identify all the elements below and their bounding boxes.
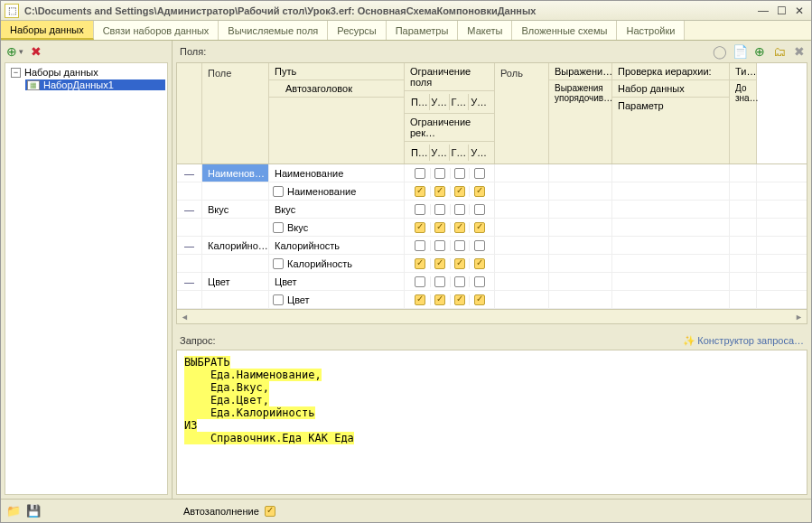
cell-ti[interactable]	[730, 164, 757, 182]
checkbox-icon[interactable]	[454, 186, 465, 197]
cell-expr[interactable]	[549, 237, 612, 254]
cell-field[interactable]: Цвет	[202, 273, 269, 290]
grid-body[interactable]: —Наименов…Наименование Наименование—Вкус…	[177, 164, 807, 309]
checkbox-icon[interactable]	[273, 222, 284, 233]
checkbox-icon[interactable]	[273, 258, 284, 269]
save-icon[interactable]: 💾	[26, 504, 41, 518]
cell-restrict[interactable]	[405, 164, 495, 182]
table-row[interactable]: Наименование	[177, 182, 807, 201]
col-param[interactable]: Параметр	[612, 98, 729, 114]
tab-settings[interactable]: Настройки	[617, 21, 685, 40]
tab-resources[interactable]: Ресурсы	[328, 21, 386, 40]
checkbox-icon[interactable]	[474, 222, 485, 233]
tab-calculated-fields[interactable]: Вычисляемые поля	[219, 21, 328, 40]
row-expander[interactable]: —	[177, 201, 202, 218]
cell-hier[interactable]	[612, 201, 730, 218]
col-autoheader[interactable]: Автозаголовок	[269, 80, 404, 98]
cell-field[interactable]: Вкус	[202, 201, 269, 218]
cell-path[interactable]: Вкус	[269, 201, 405, 218]
cell-autoheader[interactable]: Наименование	[269, 182, 405, 200]
table-row[interactable]: Калорийность	[177, 255, 807, 273]
checkbox-icon[interactable]	[415, 258, 425, 269]
row-expander[interactable]: —	[177, 164, 202, 182]
tree-root[interactable]: − Наборы данных	[11, 67, 165, 78]
col-path[interactable]: Путь	[269, 63, 404, 80]
close-button[interactable]: ✕	[791, 4, 807, 18]
delete-field-button[interactable]: ✖	[791, 43, 807, 60]
col-order-expr[interactable]: Выражения упорядочив…	[549, 80, 611, 106]
cell-hier[interactable]	[612, 237, 730, 254]
checkbox-icon[interactable]	[454, 258, 465, 269]
cell-restrict-rec[interactable]	[405, 219, 495, 236]
checkbox-icon[interactable]	[454, 294, 465, 305]
checkbox-icon[interactable]	[474, 204, 485, 215]
add-field-button[interactable]: ⊕	[751, 43, 768, 60]
checkbox-icon[interactable]	[474, 258, 485, 269]
query-constructor-link[interactable]: ✨ Конструктор запроса…	[683, 335, 807, 346]
col-role[interactable]: Роль	[495, 63, 549, 163]
cell-ti[interactable]	[730, 237, 757, 254]
checkbox-icon[interactable]	[415, 222, 425, 233]
cell-expr[interactable]	[549, 164, 612, 182]
tab-dataset-links[interactable]: Связи наборов данных	[94, 21, 219, 40]
tab-nested-schemas[interactable]: Вложенные схемы	[512, 21, 617, 40]
checkbox-icon[interactable]	[474, 240, 485, 251]
table-row[interactable]: —ЦветЦвет	[177, 273, 807, 291]
checkbox-icon[interactable]	[434, 294, 445, 305]
tree-item-dataset1[interactable]: ▦ НаборДанных1	[25, 79, 165, 90]
cell-expr[interactable]	[549, 273, 612, 290]
checkbox-icon[interactable]	[434, 186, 445, 197]
cell-path[interactable]: Калорийность	[269, 237, 405, 254]
checkbox-icon[interactable]	[434, 204, 445, 215]
open-icon[interactable]: 📁	[6, 504, 21, 518]
query-textbox[interactable]: ВЫБРАТЬ Еда.Наименование, Еда.Вкус, Еда.…	[176, 350, 807, 495]
checkbox-icon[interactable]	[454, 276, 465, 287]
tab-parameters[interactable]: Параметры	[387, 21, 459, 40]
cell-hier[interactable]	[612, 164, 730, 182]
cell-restrict[interactable]	[405, 201, 495, 218]
checkbox-icon[interactable]	[415, 240, 425, 251]
checkbox-icon[interactable]	[434, 258, 445, 269]
cell-restrict[interactable]	[405, 273, 495, 290]
toolbar-btn-4[interactable]: 🗂	[771, 43, 788, 60]
col-do[interactable]: До зна…	[730, 80, 756, 106]
checkbox-icon[interactable]	[454, 222, 465, 233]
checkbox-icon[interactable]	[454, 168, 465, 179]
checkbox-icon[interactable]	[415, 294, 425, 305]
col-hier[interactable]: Проверка иерархии:	[612, 63, 729, 80]
cell-autoheader[interactable]: Цвет	[269, 291, 405, 308]
tab-datasets[interactable]: Наборы данных	[1, 21, 94, 40]
datasets-tree[interactable]: − Наборы данных ▦ НаборДанных1	[5, 62, 168, 495]
checkbox-icon[interactable]	[415, 168, 425, 179]
cell-path[interactable]: Цвет	[269, 273, 405, 290]
checkbox-icon[interactable]	[415, 186, 425, 197]
maximize-button[interactable]: ☐	[773, 4, 789, 18]
checkbox-icon[interactable]	[454, 204, 465, 215]
table-row[interactable]: Цвет	[177, 291, 807, 309]
cell-role[interactable]	[495, 164, 549, 182]
minimize-button[interactable]: —	[755, 4, 771, 18]
cell-ti[interactable]	[730, 201, 757, 218]
col-dataset[interactable]: Набор данных	[612, 80, 729, 98]
cell-hier[interactable]	[612, 273, 730, 290]
cell-autoheader[interactable]: Калорийность	[269, 255, 405, 272]
grid-scrollbar[interactable]: ◄►	[177, 309, 807, 323]
table-row[interactable]: —Наименов…Наименование	[177, 164, 807, 182]
row-expander[interactable]: —	[177, 237, 202, 254]
table-row[interactable]: —Калорийно…Калорийность	[177, 237, 807, 255]
cell-role[interactable]	[495, 201, 549, 218]
toolbar-btn-2[interactable]: 📄	[732, 43, 748, 60]
cell-restrict-rec[interactable]	[405, 182, 495, 200]
collapse-icon[interactable]: −	[11, 68, 21, 78]
checkbox-icon[interactable]	[434, 276, 445, 287]
checkbox-icon[interactable]	[474, 276, 485, 287]
checkbox-icon[interactable]	[273, 294, 284, 305]
cell-restrict-rec[interactable]	[405, 255, 495, 272]
col-field[interactable]: Поле	[202, 63, 269, 163]
table-row[interactable]: —ВкусВкус	[177, 201, 807, 219]
delete-dataset-button[interactable]: ✖	[28, 43, 44, 60]
col-restrict-rec[interactable]: Ограничение рек…	[405, 114, 494, 142]
cell-path[interactable]: Наименование	[269, 164, 405, 182]
checkbox-icon[interactable]	[434, 168, 445, 179]
row-expander[interactable]: —	[177, 273, 202, 290]
